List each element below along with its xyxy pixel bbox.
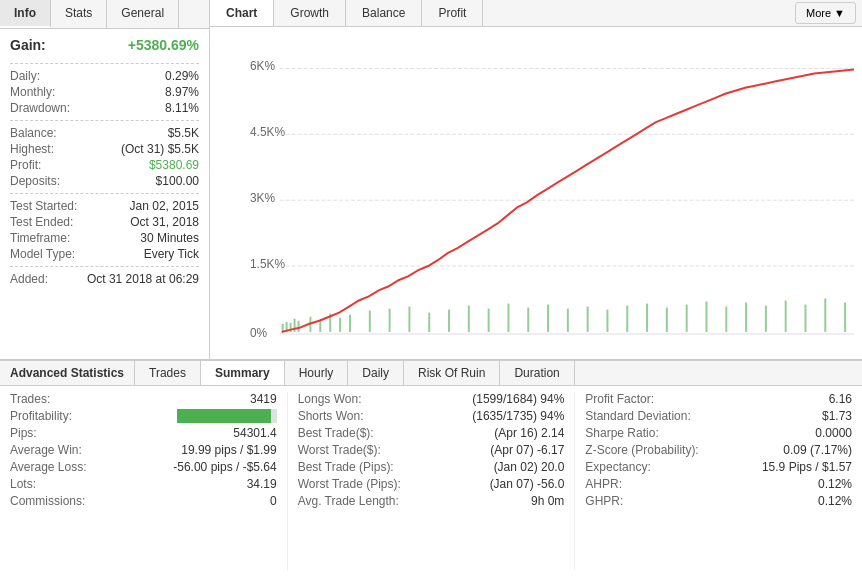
svg-rect-32 <box>606 310 608 332</box>
stats-content: Trades: 3419 Profitability: Pips: 54301.… <box>0 386 862 576</box>
tab-info[interactable]: Info <box>0 0 51 28</box>
top-section: Info Stats General Gain: +5380.69% Daily… <box>0 0 862 360</box>
svg-rect-24 <box>448 310 450 332</box>
svg-text:May 26, '16: May 26, '16 <box>468 338 529 339</box>
tab-profit[interactable]: Profit <box>422 0 483 26</box>
tab-duration[interactable]: Duration <box>500 361 574 385</box>
svg-rect-33 <box>626 306 628 332</box>
profit-value: $5380.69 <box>149 158 199 172</box>
svg-rect-26 <box>488 309 490 332</box>
added-value: Oct 31 2018 at 06:29 <box>87 272 199 286</box>
longs-won-value: (1599/1684) 94% <box>472 392 564 406</box>
tab-daily[interactable]: Daily <box>348 361 404 385</box>
sharpe-label: Sharpe Ratio: <box>585 426 815 440</box>
worst-trade-pips-value: (Jan 07) -56.0 <box>490 477 565 491</box>
stats-col-2: Longs Won: (1599/1684) 94% Shorts Won: (… <box>287 392 575 570</box>
timeframe-value: 30 Minutes <box>140 231 199 245</box>
left-panel: Info Stats General Gain: +5380.69% Daily… <box>0 0 210 359</box>
svg-rect-21 <box>389 309 391 332</box>
expectancy-label: Expectancy: <box>585 460 762 474</box>
tab-hourly[interactable]: Hourly <box>285 361 349 385</box>
test-ended-value: Oct 31, 2018 <box>130 215 199 229</box>
balance-label: Balance: <box>10 126 57 140</box>
profitability-label: Profitability: <box>10 409 177 423</box>
chart-svg: 0% 1.5K% 3K% 4.5K% 6K% <box>250 35 854 339</box>
svg-text:Oct 29,...: Oct 29,... <box>804 338 852 339</box>
pips-label: Pips: <box>10 426 233 440</box>
ahpr-label: AHPR: <box>585 477 818 491</box>
ahpr-value: 0.12% <box>818 477 852 491</box>
test-started-value: Jan 02, 2015 <box>130 199 199 213</box>
test-ended-label: Test Ended: <box>10 215 73 229</box>
tab-chart[interactable]: Chart <box>210 0 274 26</box>
std-dev-label: Standard Deviation: <box>585 409 822 423</box>
svg-text:Sep 10, '15: Sep 10, '15 <box>369 338 429 339</box>
sharpe-value: 0.0000 <box>815 426 852 440</box>
shorts-won-label: Shorts Won: <box>298 409 473 423</box>
svg-rect-19 <box>349 315 351 332</box>
tab-stats[interactable]: Stats <box>51 0 107 28</box>
svg-text:1.5K%: 1.5K% <box>250 257 285 271</box>
avg-loss-value: -56.00 pips / -$5.64 <box>173 460 276 474</box>
svg-text:Jan 02, '15: Jan 02, '15 <box>282 338 340 339</box>
std-dev-value: $1.73 <box>822 409 852 423</box>
tab-trades[interactable]: Trades <box>135 361 201 385</box>
svg-rect-39 <box>745 303 747 332</box>
profit-label: Profit: <box>10 158 41 172</box>
deposits-value: $100.00 <box>156 174 199 188</box>
chart-area: 0% 1.5K% 3K% 4.5K% 6K% <box>210 27 862 359</box>
tab-general[interactable]: General <box>107 0 179 28</box>
stats-col-3: Profit Factor: 6.16 Standard Deviation: … <box>574 392 862 570</box>
svg-rect-30 <box>567 309 569 332</box>
model-type-label: Model Type: <box>10 247 75 261</box>
monthly-value: 8.97% <box>165 85 199 99</box>
svg-text:Dec 13, '17: Dec 13, '17 <box>686 338 746 339</box>
ghpr-value: 0.12% <box>818 494 852 508</box>
deposits-label: Deposits: <box>10 174 60 188</box>
svg-rect-18 <box>339 318 341 332</box>
tab-growth[interactable]: Growth <box>274 0 346 26</box>
svg-rect-20 <box>369 311 371 332</box>
svg-rect-34 <box>646 304 648 332</box>
balance-value: $5.5K <box>168 126 199 140</box>
profitability-fill <box>177 409 271 423</box>
more-button[interactable]: More ▼ <box>795 2 856 24</box>
svg-text:3K%: 3K% <box>250 191 275 205</box>
stats-tab-bar: Advanced Statistics Trades Summary Hourl… <box>0 361 862 386</box>
best-trade-value: (Apr 16) 2.14 <box>494 426 564 440</box>
commissions-value: 0 <box>270 494 277 508</box>
svg-text:Feb 20, '17: Feb 20, '17 <box>577 338 636 339</box>
avg-trade-value: 9h 0m <box>531 494 564 508</box>
svg-rect-36 <box>686 305 688 332</box>
svg-rect-29 <box>547 305 549 332</box>
zscore-label: Z-Score (Probability): <box>585 443 783 457</box>
tab-risk-of-ruin[interactable]: Risk Of Ruin <box>404 361 500 385</box>
right-panel: Chart Growth Balance Profit More ▼ 0% 1.… <box>210 0 862 359</box>
tab-balance[interactable]: Balance <box>346 0 422 26</box>
daily-value: 0.29% <box>165 69 199 83</box>
best-trade-pips-value: (Jan 02) 20.0 <box>494 460 565 474</box>
svg-rect-27 <box>507 304 509 332</box>
lots-label: Lots: <box>10 477 247 491</box>
worst-trade-label: Worst Trade($): <box>298 443 491 457</box>
expectancy-value: 15.9 Pips / $1.57 <box>762 460 852 474</box>
svg-rect-22 <box>408 307 410 332</box>
ghpr-label: GHPR: <box>585 494 818 508</box>
zscore-value: 0.09 (7.17%) <box>783 443 852 457</box>
drawdown-value: 8.11% <box>165 101 199 115</box>
stats-col-1: Trades: 3419 Profitability: Pips: 54301.… <box>0 392 287 570</box>
monthly-label: Monthly: <box>10 85 55 99</box>
best-trade-label: Best Trade($): <box>298 426 495 440</box>
highest-value: (Oct 31) $5.5K <box>121 142 199 156</box>
trades-label: Trades: <box>10 392 250 406</box>
profitability-bar <box>177 409 277 423</box>
trades-value: 3419 <box>250 392 277 406</box>
svg-rect-31 <box>587 307 589 332</box>
pips-value: 54301.4 <box>233 426 276 440</box>
svg-rect-23 <box>428 313 430 332</box>
daily-label: Daily: <box>10 69 40 83</box>
commissions-label: Commissions: <box>10 494 270 508</box>
tab-summary[interactable]: Summary <box>201 361 285 385</box>
best-trade-pips-label: Best Trade (Pips): <box>298 460 494 474</box>
avg-loss-label: Average Loss: <box>10 460 173 474</box>
